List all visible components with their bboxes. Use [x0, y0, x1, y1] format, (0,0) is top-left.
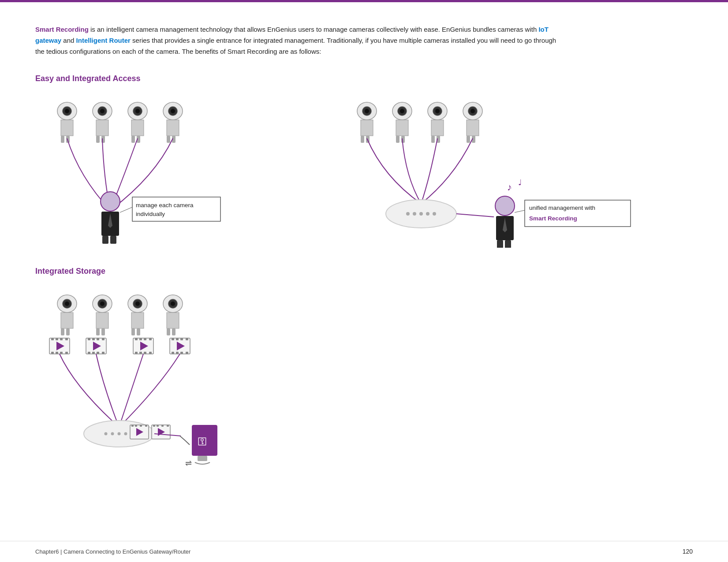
svg-text:♩: ♩ — [518, 178, 522, 187]
svg-point-62 — [433, 212, 436, 216]
svg-rect-101 — [51, 338, 54, 340]
svg-rect-153 — [153, 425, 155, 427]
svg-point-20 — [171, 109, 175, 113]
svg-point-89 — [135, 301, 140, 306]
svg-rect-85 — [96, 328, 100, 335]
smart-recording-highlight: Smart Recording — [35, 26, 89, 33]
svg-rect-84 — [96, 313, 108, 328]
svg-point-41 — [400, 109, 404, 113]
svg-rect-15 — [131, 120, 144, 136]
svg-rect-136 — [176, 352, 179, 354]
svg-rect-3 — [61, 120, 73, 136]
svg-rect-118 — [102, 352, 105, 354]
svg-text:Smart Recording: Smart Recording — [529, 215, 577, 222]
right-diagram-svg: ♪ ♩ unified management with Smart Record… — [335, 98, 644, 248]
svg-rect-133 — [180, 338, 183, 340]
svg-rect-96 — [167, 313, 179, 328]
svg-rect-124 — [149, 338, 152, 340]
svg-rect-134 — [186, 338, 188, 340]
svg-rect-115 — [88, 352, 90, 354]
svg-text:unified management with: unified management with — [529, 205, 595, 211]
footer-text: Chapter6 | Camera Connecting to EnGenius… — [35, 547, 190, 556]
svg-rect-98 — [172, 328, 175, 335]
svg-rect-160 — [198, 456, 207, 461]
svg-point-142 — [118, 432, 121, 435]
svg-rect-108 — [65, 352, 68, 354]
svg-rect-114 — [102, 338, 105, 340]
svg-rect-29 — [132, 197, 220, 221]
svg-line-30 — [120, 207, 132, 212]
svg-rect-147 — [131, 425, 134, 427]
svg-point-141 — [111, 432, 114, 435]
svg-point-60 — [419, 212, 423, 216]
storage-diagram: ⚿ ⇌ — [35, 290, 265, 480]
svg-rect-28 — [110, 236, 116, 244]
svg-rect-55 — [467, 136, 470, 143]
left-diagram-svg: manage each camera individually — [35, 98, 282, 248]
svg-rect-10 — [96, 136, 100, 143]
svg-text:manage each camera: manage each camera — [136, 202, 194, 208]
svg-rect-22 — [167, 136, 170, 143]
svg-rect-49 — [431, 136, 435, 143]
svg-rect-92 — [137, 328, 140, 335]
svg-rect-27 — [102, 236, 108, 244]
svg-point-143 — [124, 432, 127, 435]
svg-rect-97 — [167, 328, 170, 335]
svg-rect-126 — [139, 352, 142, 354]
svg-rect-9 — [96, 120, 108, 136]
svg-rect-103 — [60, 338, 63, 340]
svg-rect-138 — [186, 352, 188, 354]
easy-access-heading: Easy and Integrated Access — [35, 73, 693, 85]
svg-rect-132 — [176, 338, 179, 340]
svg-rect-42 — [396, 120, 408, 136]
svg-point-2 — [65, 109, 69, 113]
svg-rect-36 — [361, 120, 373, 136]
left-diagram: manage each camera individually — [35, 98, 282, 248]
intro-text-1: is an intelligent camera management tech… — [89, 26, 539, 33]
svg-rect-123 — [144, 338, 146, 340]
svg-rect-121 — [135, 338, 138, 340]
svg-rect-117 — [97, 352, 99, 354]
svg-text:♪: ♪ — [507, 182, 512, 193]
svg-rect-150 — [145, 425, 147, 427]
svg-point-77 — [65, 301, 69, 306]
svg-point-61 — [426, 212, 429, 216]
svg-point-140 — [105, 432, 108, 435]
svg-rect-135 — [172, 352, 174, 354]
svg-rect-156 — [167, 425, 169, 427]
svg-line-72 — [515, 210, 525, 212]
right-diagram: ♪ ♩ unified management with Smart Record… — [335, 98, 644, 248]
svg-rect-105 — [51, 352, 54, 354]
intro-paragraph: Smart Recording is an intelligent camera… — [35, 24, 564, 57]
svg-rect-48 — [431, 120, 444, 136]
svg-rect-78 — [61, 313, 73, 328]
svg-rect-128 — [149, 352, 152, 354]
svg-point-35 — [365, 109, 369, 113]
svg-rect-106 — [56, 352, 58, 354]
svg-rect-4 — [61, 136, 64, 143]
svg-rect-16 — [131, 136, 135, 143]
svg-text:individually: individually — [136, 211, 165, 217]
svg-rect-71 — [525, 200, 631, 227]
svg-point-14 — [135, 109, 140, 113]
svg-point-83 — [100, 301, 105, 306]
svg-point-66 — [495, 196, 515, 216]
svg-point-47 — [435, 109, 440, 113]
svg-rect-149 — [140, 425, 142, 427]
integrated-storage-heading: Integrated Storage — [35, 265, 693, 277]
svg-rect-86 — [101, 328, 105, 335]
svg-rect-154 — [157, 425, 159, 427]
svg-rect-112 — [92, 338, 95, 340]
svg-line-63 — [456, 214, 494, 217]
svg-rect-79 — [61, 328, 64, 335]
svg-rect-43 — [396, 136, 399, 143]
svg-rect-102 — [56, 338, 58, 340]
svg-rect-38 — [366, 136, 370, 143]
svg-point-53 — [470, 109, 475, 113]
svg-rect-104 — [65, 338, 68, 340]
svg-rect-127 — [144, 352, 146, 354]
svg-rect-116 — [92, 352, 95, 354]
svg-point-59 — [413, 212, 416, 216]
svg-rect-21 — [167, 120, 179, 136]
svg-text:⚿: ⚿ — [198, 436, 207, 447]
